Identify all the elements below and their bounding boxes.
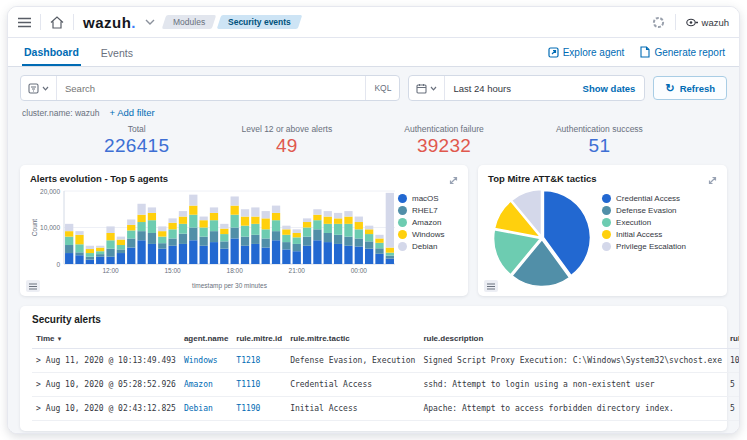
column-header-agent-name[interactable]: agent.name	[180, 329, 232, 349]
bar-segment-windows[interactable]	[262, 218, 270, 229]
bar-segment-macos[interactable]	[375, 254, 383, 264]
bar-segment-debian[interactable]	[86, 246, 94, 249]
bar-segment-rhel7[interactable]	[200, 237, 208, 246]
bar-segment-windows[interactable]	[303, 222, 311, 227]
filter-pill-cluster-name[interactable]: cluster.name: wazuh	[22, 108, 99, 118]
bar-segment-amazon[interactable]	[375, 243, 383, 248]
column-header-rule-mitre-id[interactable]: rule.mitre.id	[232, 329, 286, 349]
bar-segment-amazon[interactable]	[210, 220, 218, 231]
bar-segment-rhel7[interactable]	[158, 243, 166, 248]
bar-segment-rhel7[interactable]	[106, 249, 114, 257]
bar-segment-windows[interactable]	[251, 217, 259, 224]
bar-segment-macos[interactable]	[282, 249, 290, 264]
tab-dashboard[interactable]: Dashboard	[22, 39, 81, 66]
breadcrumb-modules[interactable]: Modules	[162, 15, 217, 29]
legend-item-rhel7[interactable]: RHEL7	[398, 206, 444, 215]
bar-segment-amazon[interactable]	[313, 220, 321, 229]
bar-segment-rhel7[interactable]	[324, 233, 332, 242]
bar-segment-amazon[interactable]	[106, 240, 114, 248]
bar-segment-rhel7[interactable]	[220, 241, 228, 248]
bar-segment-debian[interactable]	[200, 217, 208, 221]
chevron-down-icon[interactable]	[145, 19, 155, 25]
column-header-rule-mitre-tactic[interactable]: rule.mitre.tactic	[286, 329, 419, 349]
bar-segment-rhel7[interactable]	[355, 238, 363, 246]
bar-segment-macos[interactable]	[148, 244, 156, 264]
bar-segment-macos[interactable]	[200, 246, 208, 264]
cell-rule-mitre-id[interactable]: T1218	[232, 349, 286, 373]
bar-segment-rhel7[interactable]	[375, 248, 383, 253]
tab-events[interactable]: Events	[99, 40, 135, 65]
home-icon[interactable]	[50, 16, 64, 29]
mitre-tactics-pie-chart[interactable]	[490, 186, 594, 290]
bar-segment-debian[interactable]	[282, 226, 290, 230]
bar-segment-macos[interactable]	[262, 248, 270, 264]
legend-item-credential-access[interactable]: Credential Access	[602, 194, 686, 203]
legend-item-debian[interactable]: Debian	[398, 242, 444, 251]
bar-segment-amazon[interactable]	[231, 215, 239, 228]
bar-segment-windows[interactable]	[168, 223, 176, 230]
bar-segment-debian[interactable]	[117, 237, 125, 240]
bar-segment-debian[interactable]	[137, 204, 145, 215]
bar-segment-macos[interactable]	[251, 244, 259, 264]
bar-segment-macos[interactable]	[189, 240, 197, 264]
bar-segment-macos[interactable]	[179, 244, 187, 264]
bar-segment-amazon[interactable]	[220, 234, 228, 241]
bar-segment-macos[interactable]	[127, 248, 135, 264]
cell-rule-mitre-id[interactable]: T1110	[232, 373, 286, 397]
cell-rule-mitre-id[interactable]: T1190	[232, 397, 286, 421]
time-range-value[interactable]: Last 24 hours	[445, 83, 573, 94]
bar-segment-amazon[interactable]	[282, 235, 290, 242]
bar-segment-debian[interactable]	[303, 218, 311, 222]
refresh-button[interactable]: ↻ Refresh	[653, 76, 727, 100]
bar-segment-macos[interactable]	[220, 249, 228, 264]
panel-list-toggle-icon[interactable]	[484, 280, 498, 292]
bar-segment-windows[interactable]	[220, 229, 228, 234]
bar-segment-amazon[interactable]	[365, 234, 373, 241]
bar-segment-debian[interactable]	[375, 235, 383, 239]
bar-segment-windows[interactable]	[241, 217, 249, 226]
bar-segment-amazon[interactable]	[241, 226, 249, 237]
bar-segment-rhel7[interactable]	[65, 245, 73, 253]
bar-segment-rhel7[interactable]	[179, 234, 187, 244]
bar-segment-rhel7[interactable]	[344, 237, 352, 246]
bar-segment-debian[interactable]	[189, 195, 197, 206]
bar-segment-windows[interactable]	[75, 235, 83, 244]
bar-segment-rhel7[interactable]	[231, 228, 239, 239]
kql-toggle[interactable]: KQL	[365, 76, 399, 100]
show-dates-button[interactable]: Show dates	[574, 83, 645, 94]
bar-segment-amazon[interactable]	[303, 228, 311, 237]
bar-segment-rhel7[interactable]	[210, 231, 218, 242]
bar-segment-rhel7[interactable]	[313, 229, 321, 240]
bar-segment-amazon[interactable]	[158, 237, 166, 244]
bar-segment-windows[interactable]	[282, 229, 290, 234]
expand-panel-icon[interactable]	[707, 172, 718, 190]
expand-panel-icon[interactable]	[448, 172, 459, 190]
legend-item-privilege-escalation[interactable]: Privilege Escalation	[602, 242, 686, 251]
bar-segment-rhel7[interactable]	[386, 256, 394, 259]
bar-segment-debian[interactable]	[334, 213, 342, 218]
bar-segment-macos[interactable]	[137, 240, 145, 264]
health-check-icon[interactable]	[652, 16, 665, 29]
bar-segment-windows[interactable]	[365, 229, 373, 234]
legend-item-execution[interactable]: Execution	[602, 218, 686, 227]
bar-segment-debian[interactable]	[313, 209, 321, 214]
bar-segment-rhel7[interactable]	[303, 237, 311, 246]
bar-segment-debian[interactable]	[168, 218, 176, 222]
bar-segment-rhel7[interactable]	[127, 238, 135, 247]
bar-segment-debian[interactable]	[251, 207, 259, 216]
bar-segment-macos[interactable]	[241, 246, 249, 264]
bar-segment-windows[interactable]	[355, 222, 363, 229]
bar-segment-debian[interactable]	[386, 193, 394, 248]
bar-segment-debian[interactable]	[293, 229, 301, 233]
bar-segment-macos[interactable]	[324, 242, 332, 264]
bar-segment-macos[interactable]	[334, 244, 342, 264]
bar-segment-windows[interactable]	[106, 233, 114, 240]
bar-segment-rhel7[interactable]	[241, 237, 249, 246]
bar-segment-macos[interactable]	[117, 253, 125, 264]
bar-segment-rhel7[interactable]	[262, 238, 270, 247]
bar-segment-amazon[interactable]	[344, 224, 352, 237]
bar-segment-macos[interactable]	[272, 240, 280, 264]
bar-segment-debian[interactable]	[262, 211, 270, 218]
bar-segment-windows[interactable]	[127, 225, 135, 230]
bar-segment-debian[interactable]	[344, 211, 352, 216]
